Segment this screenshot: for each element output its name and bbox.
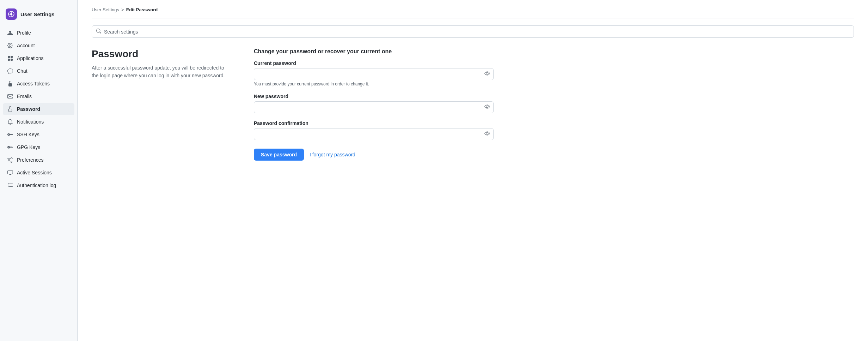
sidebar-item-ssh-keys[interactable]: SSH Keys — [3, 128, 74, 140]
main-content: User Settings > Edit Password Password A… — [78, 0, 868, 341]
new-password-label: New password — [254, 94, 494, 99]
gear-icon — [7, 42, 13, 49]
current-password-input-wrap — [254, 68, 494, 80]
sidebar-item-emails[interactable]: Emails — [3, 90, 74, 102]
monitor-icon — [7, 169, 13, 176]
sidebar-label-emails: Emails — [17, 94, 32, 99]
new-password-input-wrap — [254, 101, 494, 113]
app-logo — [6, 8, 17, 20]
save-password-button[interactable]: Save password — [254, 149, 304, 161]
page-description: After a successful password update, you … — [92, 64, 226, 80]
sidebar-label-preferences: Preferences — [17, 157, 43, 163]
person-icon — [7, 30, 13, 36]
confirmation-eye-icon[interactable] — [484, 131, 490, 138]
current-password-eye-icon[interactable] — [484, 71, 490, 78]
svg-point-1 — [10, 13, 12, 15]
sidebar-label-authentication-log: Authentication log — [17, 183, 56, 188]
sidebar-label-applications: Applications — [17, 55, 44, 61]
content-left: Password After a successful password upd… — [92, 48, 226, 161]
sidebar-item-password[interactable]: Password — [3, 103, 74, 115]
password-confirmation-input[interactable] — [254, 128, 494, 140]
sidebar-label-gpg-keys: GPG Keys — [17, 144, 40, 150]
form-section-title: Change your password or recover your cur… — [254, 48, 494, 55]
new-password-eye-icon[interactable] — [484, 104, 490, 111]
search-bar[interactable] — [92, 25, 854, 38]
bell-icon — [7, 119, 13, 125]
sidebar-label-password: Password — [17, 106, 40, 112]
search-input[interactable] — [104, 29, 849, 35]
chat-icon — [7, 68, 13, 74]
sidebar-item-authentication-log[interactable]: Authentication log — [3, 179, 74, 191]
list-icon — [7, 182, 13, 189]
sidebar-label-access-tokens: Access Tokens — [17, 81, 50, 86]
sidebar-title: User Settings — [20, 11, 55, 17]
content-right: Change your password or recover your cur… — [254, 48, 494, 161]
sidebar-item-chat[interactable]: Chat — [3, 65, 74, 77]
sidebar-item-gpg-keys[interactable]: GPG Keys — [3, 141, 74, 153]
sidebar-item-notifications[interactable]: Notifications — [3, 116, 74, 128]
sidebar-item-access-tokens[interactable]: Access Tokens — [3, 78, 74, 90]
sidebar-item-account[interactable]: Account — [3, 40, 74, 52]
search-icon — [96, 29, 101, 35]
sidebar-label-ssh-keys: SSH Keys — [17, 132, 39, 137]
gpg-key-icon — [7, 144, 13, 150]
forgot-password-link[interactable]: I forgot my password — [310, 152, 355, 157]
breadcrumb-current: Edit Password — [126, 7, 158, 12]
breadcrumb: User Settings > Edit Password — [92, 7, 854, 12]
sidebar: User Settings Profile Account — [0, 0, 78, 341]
sidebar-label-active-sessions: Active Sessions — [17, 170, 52, 175]
token-icon — [7, 80, 13, 87]
lock-icon — [7, 106, 13, 112]
password-confirmation-label: Password confirmation — [254, 120, 494, 126]
header-divider — [92, 18, 854, 18]
sidebar-label-account: Account — [17, 43, 35, 48]
content-area: Password After a successful password upd… — [92, 48, 854, 161]
breadcrumb-separator: > — [121, 7, 124, 12]
sidebar-header: User Settings — [0, 6, 77, 27]
sidebar-item-applications[interactable]: Applications — [3, 52, 74, 64]
password-confirmation-group: Password confirmation — [254, 120, 494, 140]
password-confirmation-input-wrap — [254, 128, 494, 140]
sidebar-label-notifications: Notifications — [17, 119, 44, 125]
ssh-key-icon — [7, 131, 13, 138]
sidebar-item-active-sessions[interactable]: Active Sessions — [3, 167, 74, 179]
page-title: Password — [92, 48, 226, 60]
current-password-hint: You must provide your current password i… — [254, 82, 494, 86]
sidebar-item-preferences[interactable]: Preferences — [3, 154, 74, 166]
current-password-label: Current password — [254, 60, 494, 66]
sidebar-label-chat: Chat — [17, 68, 27, 74]
new-password-input[interactable] — [254, 101, 494, 113]
current-password-group: Current password You must provide your c… — [254, 60, 494, 86]
mail-icon — [7, 93, 13, 100]
sidebar-nav: Profile Account Applications — [0, 27, 77, 191]
current-password-input[interactable] — [254, 68, 494, 80]
sidebar-label-profile: Profile — [17, 30, 31, 36]
sliders-icon — [7, 157, 13, 163]
apps-icon — [7, 55, 13, 61]
form-actions: Save password I forgot my password — [254, 149, 494, 161]
new-password-group: New password — [254, 94, 494, 113]
breadcrumb-parent: User Settings — [92, 7, 119, 12]
sidebar-item-profile[interactable]: Profile — [3, 27, 74, 39]
